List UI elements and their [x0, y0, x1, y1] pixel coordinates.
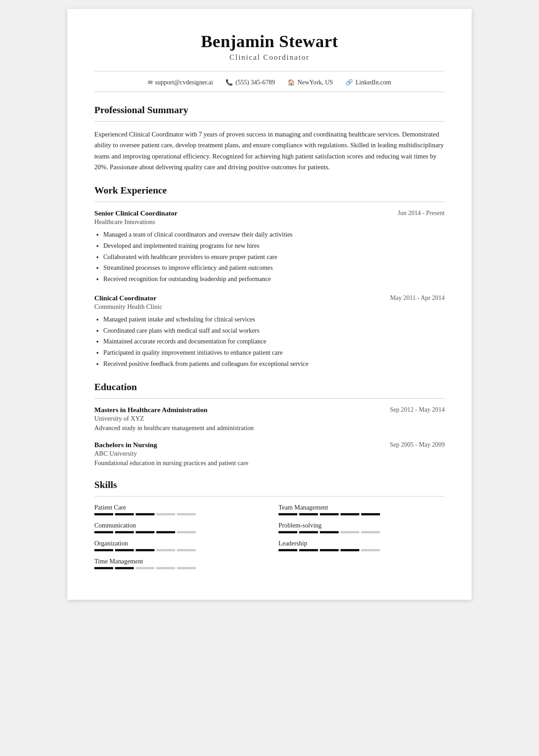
skills-title: Skills — [94, 479, 445, 491]
location-value: NewYork, US — [297, 79, 333, 86]
edu-2-dates: Sep 2005 - May 2009 — [390, 441, 445, 448]
list-item: Streamlined processes to improve efficie… — [103, 263, 445, 273]
list-item: Received positive feedback from patients… — [103, 359, 445, 369]
skill-segment-empty — [361, 549, 380, 551]
email-icon: ✉ — [148, 79, 153, 86]
skill-segment-filled — [278, 549, 297, 551]
experience-divider — [94, 202, 445, 202]
summary-divider — [94, 121, 445, 122]
skill-segment-filled — [299, 513, 318, 515]
skill-segment-filled — [361, 513, 380, 515]
skill-segment-empty — [177, 567, 196, 569]
skill-segment-filled — [136, 549, 155, 551]
header-divider — [94, 71, 445, 71]
resume-document: Benjamin Stewart Clinical Coordinator ✉ … — [67, 9, 472, 600]
skill-segment-filled — [136, 513, 155, 515]
job-entry-2: Clinical Coordinator Community Health Cl… — [94, 294, 445, 369]
skills-divider — [94, 496, 445, 497]
skill-segment-filled — [94, 513, 113, 515]
skill-segment-empty — [156, 513, 175, 515]
skill-bar — [94, 513, 261, 515]
skill-segment-empty — [361, 531, 380, 533]
education-divider — [94, 398, 445, 399]
skill-segment-filled — [278, 513, 297, 515]
skill-segment-filled — [278, 531, 297, 533]
skill-item: Leadership — [278, 540, 445, 551]
edu-2-degree: Bachelors in Nursing — [94, 441, 157, 449]
edu-1-degree: Masters in Healthcare Administration — [94, 406, 208, 414]
education-title: Education — [94, 382, 445, 393]
skill-bar — [94, 549, 261, 551]
skill-segment-filled — [94, 549, 113, 551]
education-section: Education Masters in Healthcare Administ… — [94, 382, 445, 467]
job-2-bullets: Managed patient intake and scheduling fo… — [94, 314, 445, 369]
edu-1-description: Advanced study in healthcare management … — [94, 424, 445, 432]
skill-label: Patient Care — [94, 504, 261, 511]
edu-2-school: ABC University — [94, 450, 157, 457]
location-icon: 🏠 — [287, 79, 295, 86]
job-entry-1: Senior Clinical Coordinator Healthcare I… — [94, 209, 445, 284]
experience-section: Work Experience Senior Clinical Coordina… — [94, 185, 445, 369]
skill-label: Communication — [94, 522, 261, 529]
edu-2-description: Foundational education in nursing practi… — [94, 459, 445, 467]
phone-icon: 📞 — [225, 79, 233, 86]
skill-segment-filled — [156, 531, 175, 533]
education-entry-2: Bachelors in Nursing ABC University Sep … — [94, 441, 445, 467]
summary-title: Professional Summary — [94, 105, 445, 116]
skill-segment-filled — [115, 567, 134, 569]
edu-2-header: Bachelors in Nursing ABC University Sep … — [94, 441, 445, 457]
list-item: Collaborated with healthcare providers t… — [103, 252, 445, 262]
linkedin-value: LinkedIn.com — [355, 79, 391, 86]
job-1-left: Senior Clinical Coordinator Healthcare I… — [94, 209, 177, 226]
linkedin-icon: 🔗 — [345, 79, 353, 86]
summary-text: Experienced Clinical Coordinator with 7 … — [94, 129, 445, 172]
skill-item: Communication — [94, 522, 261, 533]
edu-1-dates: Sep 2012 - May 2014 — [390, 406, 445, 413]
contact-bar: ✉ support@cvdesigner.ai 📞 (555) 345-6789… — [94, 79, 445, 86]
skill-segment-filled — [136, 531, 155, 533]
list-item: Participated in quality improvement init… — [103, 347, 445, 358]
skill-item: Problem-solving — [278, 522, 445, 533]
candidate-title: Clinical Coordinator — [94, 53, 445, 62]
skill-segment-filled — [299, 549, 318, 551]
skill-segment-empty — [136, 567, 155, 569]
linkedin-contact: 🔗 LinkedIn.com — [345, 79, 391, 86]
resume-header: Benjamin Stewart Clinical Coordinator — [94, 31, 445, 62]
skill-segment-filled — [115, 513, 134, 515]
skill-label: Time Management — [94, 558, 261, 565]
skill-segment-empty — [177, 531, 196, 533]
job-2-left: Clinical Coordinator Community Health Cl… — [94, 294, 162, 311]
edu-1-school: University of XYZ — [94, 415, 208, 422]
skill-item: Organization — [94, 540, 261, 551]
skill-segment-filled — [115, 549, 134, 551]
candidate-name: Benjamin Stewart — [94, 31, 445, 51]
skill-label: Problem-solving — [278, 522, 445, 529]
skill-segment-filled — [115, 531, 134, 533]
skill-segment-filled — [340, 513, 359, 515]
skills-grid: Patient CareTeam ManagementCommunication… — [94, 504, 445, 573]
skill-bar — [278, 549, 445, 551]
skill-segment-filled — [320, 549, 339, 551]
skill-segment-filled — [340, 549, 359, 551]
edu-2-left: Bachelors in Nursing ABC University — [94, 441, 157, 457]
skill-item: Team Management — [278, 504, 445, 515]
job-2-header: Clinical Coordinator Community Health Cl… — [94, 294, 445, 311]
job-1-title: Senior Clinical Coordinator — [94, 209, 177, 217]
skill-label: Leadership — [278, 540, 445, 547]
email-contact: ✉ support@cvdesigner.ai — [148, 79, 213, 86]
list-item: Managed patient intake and scheduling fo… — [103, 314, 445, 325]
experience-title: Work Experience — [94, 185, 445, 196]
skill-segment-empty — [156, 549, 175, 551]
phone-contact: 📞 (555) 345-6789 — [225, 79, 275, 86]
contact-divider — [94, 92, 445, 92]
skill-segment-filled — [320, 531, 339, 533]
skill-segment-empty — [340, 531, 359, 533]
skill-bar — [278, 513, 445, 515]
skill-segment-filled — [299, 531, 318, 533]
job-1-company: Healthcare Innovations — [94, 218, 177, 226]
skill-segment-filled — [320, 513, 339, 515]
skill-segment-empty — [156, 567, 175, 569]
list-item: Developed and implemented training progr… — [103, 241, 445, 251]
email-value: support@cvdesigner.ai — [155, 79, 213, 86]
job-2-title: Clinical Coordinator — [94, 294, 162, 302]
